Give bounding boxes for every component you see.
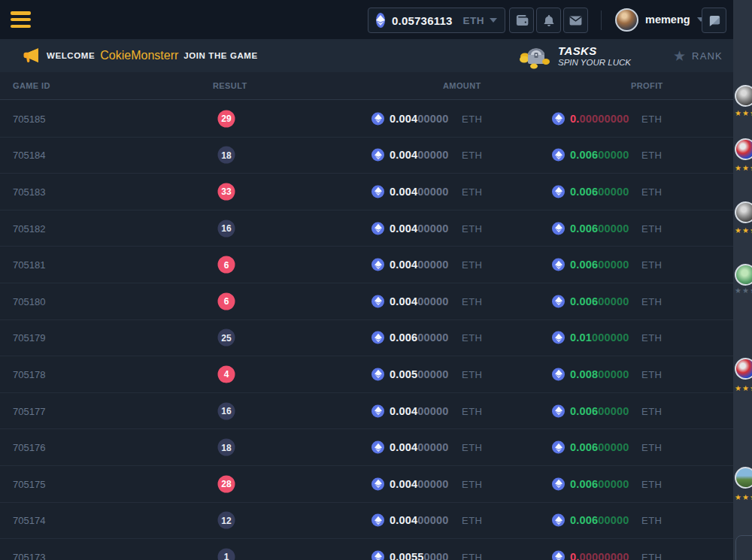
balance-value: 0.05736113: [392, 14, 452, 27]
result-badge: 4: [218, 365, 235, 383]
profit-currency: ETH: [641, 368, 663, 380]
amount-value: 0.00400000: [390, 222, 449, 235]
table-row[interactable]: 705179 25 0.00600000 ETH 0.01000000 ETH: [0, 320, 733, 357]
eth-icon: [552, 441, 565, 454]
table-row[interactable]: 705182 16 0.00400000 ETH 0.00600000 ETH: [0, 210, 733, 247]
amount-value: 0.00400000: [390, 405, 449, 417]
amount-value: 0.00550000: [390, 551, 449, 560]
result-badge: 28: [218, 475, 235, 492]
table-row[interactable]: 705184 18 0.00400000 ETH 0.00600000 ETH: [0, 138, 733, 174]
profit-value: 0.00600000: [570, 222, 629, 235]
chat-sidebar-edge: ★★★★★★★★★★★★★★★★★★: [733, 0, 752, 560]
amount-value: 0.00500000: [390, 368, 449, 380]
eth-icon: [552, 404, 565, 417]
chat-user-avatar[interactable]: [735, 138, 752, 160]
eth-icon: [371, 514, 384, 527]
profit-value: 0.00600000: [570, 186, 629, 198]
game-id: 705184: [13, 150, 45, 161]
welcome-prefix: WELCOME: [47, 51, 95, 60]
table-row[interactable]: 705176 18 0.00400000 ETH 0.00600000 ETH: [0, 429, 733, 466]
chat-toggle-button[interactable]: [702, 8, 726, 33]
profit-value: 0.00000000: [570, 551, 629, 560]
user-rating-stars: ★★★: [735, 164, 752, 172]
eth-icon: [552, 295, 565, 307]
game-id: 705185: [13, 113, 45, 124]
table-row[interactable]: 705175 28 0.00400000 ETH 0.00600000 ETH: [0, 466, 733, 503]
messages-button[interactable]: [563, 8, 588, 33]
chat-user-avatar[interactable]: [735, 358, 752, 380]
welcome-suffix: JOIN THE GAME: [183, 51, 258, 60]
amount-currency: ETH: [462, 113, 483, 124]
wallet-icon: [515, 14, 529, 26]
table-row[interactable]: 705173 1 0.00550000 ETH 0.00000000 ETH: [0, 539, 733, 560]
tasks-button[interactable]: TASKS SPIN YOUR LUCK: [519, 41, 631, 72]
table-row[interactable]: 705183 33 0.00400000 ETH 0.00600000 ETH: [0, 174, 733, 210]
result-badge: 12: [218, 512, 235, 529]
hamburger-icon[interactable]: [11, 10, 31, 29]
table-row[interactable]: 705174 12 0.00400000 ETH 0.00600000 ETH: [0, 503, 733, 540]
eth-icon: [371, 550, 384, 560]
profit-currency: ETH: [641, 150, 663, 161]
user-rating-stars: ★★★: [735, 493, 752, 501]
notifications-button[interactable]: [536, 8, 561, 33]
treasure-chest-icon: [519, 43, 550, 70]
wallet-button[interactable]: [509, 8, 534, 33]
profit-value: 0.00600000: [570, 514, 629, 526]
eth-icon: [371, 441, 384, 454]
chat-user-avatar[interactable]: [735, 467, 752, 489]
amount-currency: ETH: [462, 405, 483, 416]
eth-icon: [371, 404, 384, 417]
amount-currency: ETH: [462, 259, 483, 271]
header-amount: AMOUNT: [443, 81, 481, 90]
eth-icon: [552, 368, 565, 380]
table-row[interactable]: 705185 29 0.00400000 ETH 0.00000000 ETH: [0, 101, 733, 138]
eth-icon: [552, 331, 565, 344]
profit-value: 0.00800000: [570, 368, 629, 380]
eth-icon: [552, 550, 565, 560]
profit-currency: ETH: [641, 478, 663, 489]
profit-value: 0.00600000: [570, 441, 629, 453]
user-menu[interactable]: memeng: [615, 6, 705, 33]
game-id: 705173: [13, 551, 45, 560]
header-result: RESULT: [213, 81, 247, 90]
balance-selector[interactable]: 0.05736113 ETH: [368, 8, 505, 33]
table-row[interactable]: 705180 6 0.00400000 ETH 0.00600000 ETH: [0, 283, 733, 320]
amount-currency: ETH: [462, 186, 483, 197]
profit-currency: ETH: [641, 186, 663, 197]
eth-icon: [552, 477, 565, 490]
amount-currency: ETH: [462, 222, 483, 234]
megaphone-icon: [22, 46, 41, 65]
eth-icon: [371, 149, 384, 162]
eth-icon: [371, 331, 384, 344]
table-row[interactable]: 705178 4 0.00500000 ETH 0.00800000 ETH: [0, 356, 733, 393]
profit-value: 0.00600000: [570, 259, 629, 271]
mail-icon: [569, 16, 582, 26]
game-id: 705178: [13, 368, 45, 380]
amount-currency: ETH: [462, 295, 483, 307]
eth-icon: [552, 112, 565, 125]
amount-currency: ETH: [462, 515, 483, 526]
bell-icon: [543, 14, 555, 27]
rank-button[interactable]: ★ RANK: [673, 39, 723, 72]
user-rating-stars: ★★★: [735, 286, 752, 295]
chat-user-avatar[interactable]: [735, 85, 752, 107]
table-row[interactable]: 705181 6 0.00400000 ETH 0.00600000 ETH: [0, 247, 733, 283]
chat-user-avatar[interactable]: [735, 201, 752, 223]
profit-currency: ETH: [641, 332, 663, 344]
eth-icon: [552, 222, 565, 235]
eth-icon: [371, 477, 384, 490]
chevron-down-icon: [490, 18, 497, 23]
announcement-banner: WELCOME CokieMonsterr JOIN THE GAME TASK…: [0, 39, 752, 72]
profit-value: 0.00600000: [570, 295, 629, 307]
game-id: 705175: [13, 478, 45, 489]
profit-currency: ETH: [641, 405, 663, 416]
profit-value: 0.00600000: [570, 405, 629, 417]
chat-user-avatar[interactable]: [735, 264, 752, 286]
welcome-username: CokieMonsterr: [100, 49, 178, 62]
table-row[interactable]: 705177 16 0.00400000 ETH 0.00600000 ETH: [0, 393, 733, 430]
chat-input[interactable]: [735, 535, 752, 560]
topbar-divider: [601, 11, 602, 30]
profit-currency: ETH: [641, 515, 663, 526]
eth-icon: [371, 222, 384, 235]
eth-icon: [376, 13, 385, 28]
